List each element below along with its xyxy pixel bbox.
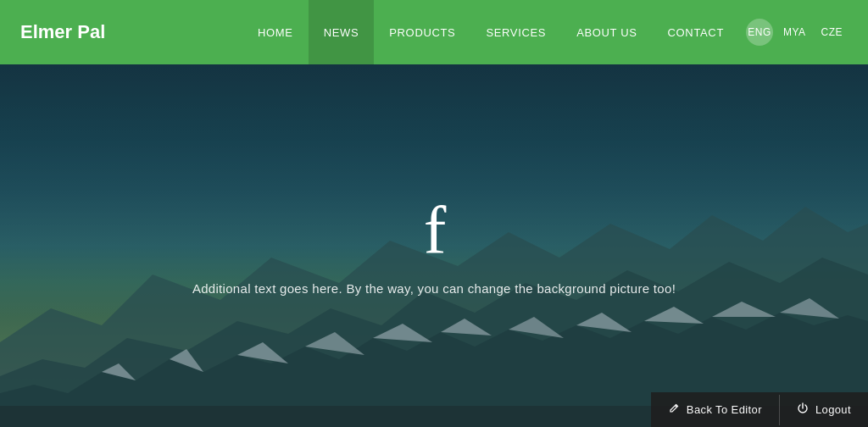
main-nav: HOME NEWS PRODUCTS SERVICES ABOUT US CON…: [242, 0, 739, 64]
back-to-editor-button[interactable]: Back To Editor: [651, 392, 779, 427]
brand-logo[interactable]: Elmer Pal: [20, 21, 105, 43]
hero-subtitle: Additional text goes here. By the way, y…: [192, 281, 676, 296]
power-icon: [797, 402, 809, 417]
language-switcher: ENG MYA CZE: [746, 19, 848, 46]
facebook-icon: f: [192, 197, 676, 264]
nav-about[interactable]: ABOUT US: [561, 0, 652, 64]
lang-eng[interactable]: ENG: [746, 19, 773, 46]
nav-news[interactable]: NEWS: [309, 0, 375, 64]
pencil-icon: [668, 402, 680, 417]
lang-cze[interactable]: CZE: [816, 23, 848, 42]
hero-content: f Additional text goes here. By the way,…: [192, 197, 676, 296]
lang-mya[interactable]: MYA: [778, 23, 811, 42]
site-header: Elmer Pal HOME NEWS PRODUCTS SERVICES AB…: [0, 0, 868, 64]
hero-section: f Additional text goes here. By the way,…: [0, 64, 868, 427]
nav-products[interactable]: PRODUCTS: [374, 0, 470, 64]
nav-home[interactable]: HOME: [242, 0, 309, 64]
nav-contact[interactable]: CONTACT: [653, 0, 739, 64]
logout-button[interactable]: Logout: [780, 392, 868, 427]
logout-label: Logout: [815, 403, 851, 416]
bottom-toolbar: Back To Editor Logout: [651, 392, 868, 427]
back-to-editor-label: Back To Editor: [687, 403, 762, 416]
nav-services[interactable]: SERVICES: [470, 0, 561, 64]
